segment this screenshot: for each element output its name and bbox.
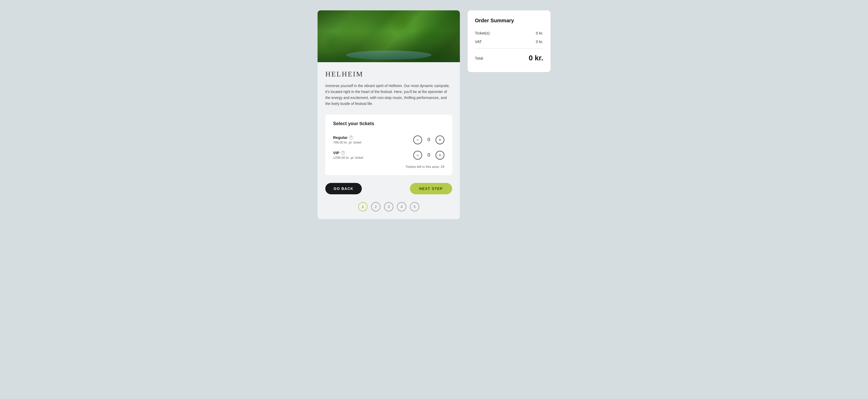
water-reflection [346,51,431,60]
regular-ticket-controls: − 0 + [413,136,444,144]
regular-help-icon[interactable]: ? [349,136,353,140]
step-1-indicator[interactable]: 1 [358,202,368,211]
content-area: HELHEIM Immerse yourself in the vibrant … [317,62,460,219]
total-summary-row: Total 0 kr. [475,51,543,65]
vip-help-icon[interactable]: ? [341,151,345,155]
vip-ticket-price: 1299.00 kr. pr. ticket [333,156,363,160]
order-summary: Order Summary Ticket(s) 0 kr. VAT 0 kr. … [468,10,551,72]
vip-ticket-name: VIP ? [333,150,363,155]
vat-summary-label: VAT [475,39,482,44]
regular-ticket-info: Regular ? 799.00 kr. pr. ticket [333,135,361,144]
vip-ticket-row: VIP ? 1299.00 kr. pr. ticket − 0 + [333,147,444,163]
event-description: Immerse yourself in the vibrant spirit o… [325,83,452,107]
step-4-indicator[interactable]: 4 [397,202,406,211]
next-step-button[interactable]: NEXT STEP [410,183,452,194]
step-indicators: 1 2 3 4 5 [325,202,452,211]
vat-summary-value: 0 kr. [536,39,543,44]
vip-ticket-info: VIP ? 1299.00 kr. pr. ticket [333,150,363,160]
ticket-selector-heading: Select your tickets [333,121,444,126]
event-title: HELHEIM [325,70,452,78]
order-summary-title: Order Summary [475,18,543,24]
page-wrapper: HELHEIM Immerse yourself in the vibrant … [317,10,551,219]
tickets-summary-row: Ticket(s) 0 kr. [475,29,543,37]
main-content: HELHEIM Immerse yourself in the vibrant … [317,10,460,219]
tickets-summary-label: Ticket(s) [475,31,490,35]
ticket-selector: Select your tickets Regular ? 799.00 kr.… [325,115,452,175]
regular-decrement-button[interactable]: − [413,136,422,144]
hero-image [317,10,460,62]
tickets-summary-value: 0 kr. [536,31,543,35]
action-row: GO BACK NEXT STEP [325,183,452,194]
step-3-indicator[interactable]: 3 [384,202,393,211]
vip-increment-button[interactable]: + [436,151,444,160]
regular-increment-button[interactable]: + [436,136,444,144]
regular-ticket-row: Regular ? 799.00 kr. pr. ticket − 0 + [333,132,444,147]
step-5-indicator[interactable]: 5 [410,202,419,211]
vip-decrement-button[interactable]: − [413,151,422,160]
tickets-left-label: Tickets left in this area: 29 [333,165,444,169]
regular-ticket-price: 799.00 kr. pr. ticket [333,140,361,144]
step-2-indicator[interactable]: 2 [371,202,380,211]
total-summary-label: Total [475,56,483,60]
vat-summary-row: VAT 0 kr. [475,37,543,46]
total-summary-value: 0 kr. [529,54,543,62]
regular-ticket-name: Regular ? [333,135,361,140]
vip-ticket-controls: − 0 + [413,151,444,160]
go-back-button[interactable]: GO BACK [325,183,362,194]
vip-qty-display: 0 [426,152,431,158]
regular-qty-display: 0 [426,137,431,142]
